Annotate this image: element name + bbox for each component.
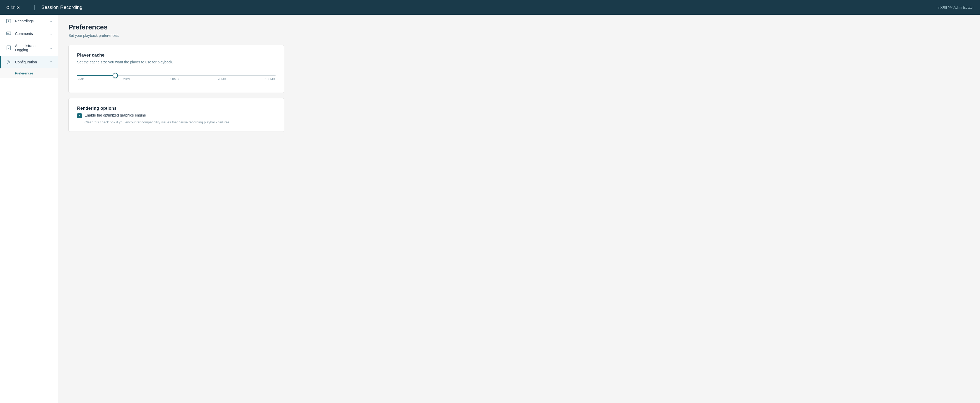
rendering-options-card: Rendering options Enable the optimized g… [68,98,284,132]
player-cache-card: Player cache Set the cache size you want… [68,45,284,93]
header-app-name: Session Recording [41,5,83,10]
admin-logging-chevron: ⌄ [50,46,52,50]
main-layout: Recordings ⌄ Comments ⌄ [0,15,980,403]
admin-logging-label: Administrator Logging [15,44,50,52]
admin-logging-icon [6,45,11,51]
cache-size-slider[interactable] [77,75,275,76]
sidebar-item-recordings-left: Recordings [6,18,34,24]
svg-point-10 [8,61,10,63]
page-title: Preferences [68,23,969,31]
recordings-icon [6,18,11,24]
comments-label: Comments [15,32,33,36]
slider-label-50mb: 50MB [170,77,179,81]
sidebar: Recordings ⌄ Comments ⌄ [0,15,58,403]
graphics-engine-label: Enable the optimized graphics engine [84,113,146,117]
configuration-label: Configuration [15,60,37,64]
svg-text:citrix: citrix [6,4,20,10]
header-divider: | [34,5,35,11]
sidebar-item-admin-logging[interactable]: Administrator Logging ⌄ [0,40,57,56]
player-cache-title: Player cache [77,52,275,58]
app-header: citrix | Session Recording hi XREPM\Admi… [0,0,980,15]
configuration-icon [6,59,11,65]
configuration-chevron: ⌃ [50,60,52,64]
slider-label-100mb: 100MB [265,77,275,81]
main-content: Preferences Set your playback preference… [58,15,980,403]
header-user: hi XREPM\Administrator [937,6,974,10]
preferences-subnav-label: Preferences [15,71,33,75]
sidebar-item-admin-logging-left: Administrator Logging [6,44,50,52]
graphics-engine-hint: Clear this check box if you encounter co… [84,120,275,124]
sidebar-item-configuration[interactable]: Configuration ⌃ [0,56,57,68]
rendering-options-title: Rendering options [77,106,275,111]
slider-label-2mb: 2MB [78,77,84,81]
citrix-logo: citrix [6,4,27,11]
sidebar-item-comments[interactable]: Comments ⌄ [0,27,57,40]
header-logo: citrix | Session Recording [6,4,83,11]
slider-label-20mb: 20MB [123,77,131,81]
slider-label-70mb: 70MB [218,77,226,81]
sidebar-subitem-preferences[interactable]: Preferences [0,68,57,78]
svg-marker-2 [8,20,10,22]
sidebar-item-recordings[interactable]: Recordings ⌄ [0,15,57,27]
comments-icon [6,31,11,36]
graphics-engine-checkbox[interactable] [77,113,82,118]
svg-rect-3 [6,32,11,35]
page-subtitle: Set your playback preferences. [68,33,969,38]
graphics-engine-row: Enable the optimized graphics engine [77,113,275,118]
comments-chevron: ⌄ [50,32,52,35]
player-cache-description: Set the cache size you want the player t… [77,60,275,64]
sidebar-item-comments-left: Comments [6,31,33,36]
cache-slider-container: 2MB 20MB 50MB 70MB 100MB [77,73,275,81]
recordings-label: Recordings [15,19,34,23]
sidebar-item-configuration-left: Configuration [6,59,37,65]
recordings-chevron: ⌄ [50,19,52,23]
